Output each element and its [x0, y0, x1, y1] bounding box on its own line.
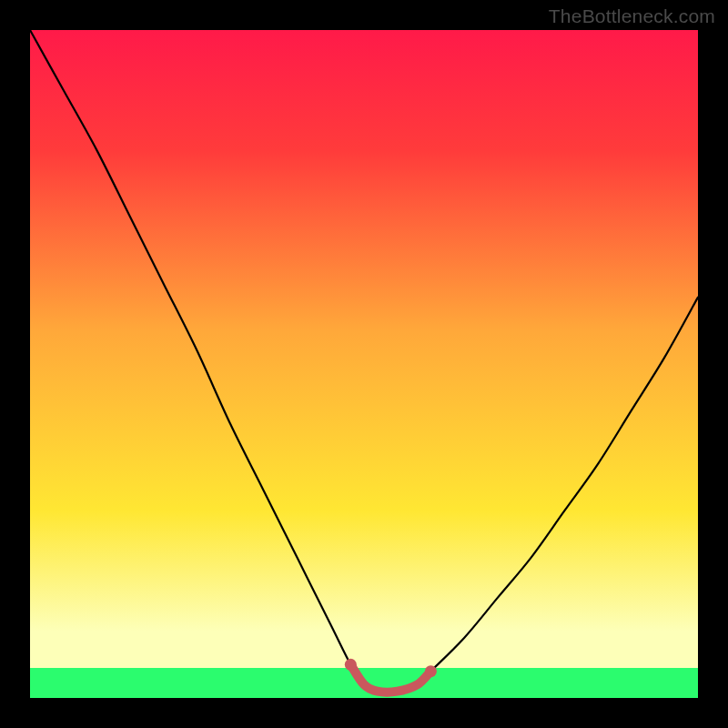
valley-end-dot: [425, 665, 437, 677]
chart-frame: TheBottleneck.com: [0, 0, 728, 728]
curve-layer: [30, 30, 698, 698]
bottleneck-curve: [30, 30, 698, 693]
valley-highlight: [350, 664, 430, 692]
valley-end-dot: [345, 659, 357, 671]
plot-area: [30, 30, 698, 698]
watermark-text: TheBottleneck.com: [549, 5, 715, 27]
